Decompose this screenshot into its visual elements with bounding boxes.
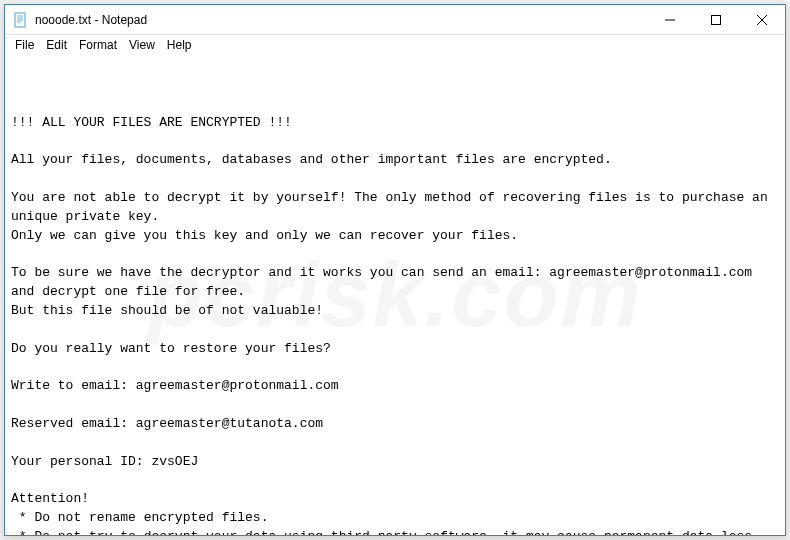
- menubar: File Edit Format View Help: [5, 35, 785, 55]
- notepad-icon: [13, 12, 29, 28]
- notepad-window: nooode.txt - Notepad File Edit Format Vi…: [4, 4, 786, 536]
- window-title: nooode.txt - Notepad: [35, 13, 647, 27]
- svg-rect-6: [712, 15, 721, 24]
- menu-view[interactable]: View: [123, 36, 161, 54]
- menu-format[interactable]: Format: [73, 36, 123, 54]
- menu-help[interactable]: Help: [161, 36, 198, 54]
- maximize-button[interactable]: [693, 5, 739, 34]
- menu-file[interactable]: File: [9, 36, 40, 54]
- text-area[interactable]: pcrisk.com !!! ALL YOUR FILES ARE ENCRYP…: [5, 55, 785, 535]
- close-button[interactable]: [739, 5, 785, 34]
- document-text: !!! ALL YOUR FILES ARE ENCRYPTED !!! All…: [11, 114, 779, 535]
- menu-edit[interactable]: Edit: [40, 36, 73, 54]
- minimize-button[interactable]: [647, 5, 693, 34]
- window-controls: [647, 5, 785, 34]
- titlebar[interactable]: nooode.txt - Notepad: [5, 5, 785, 35]
